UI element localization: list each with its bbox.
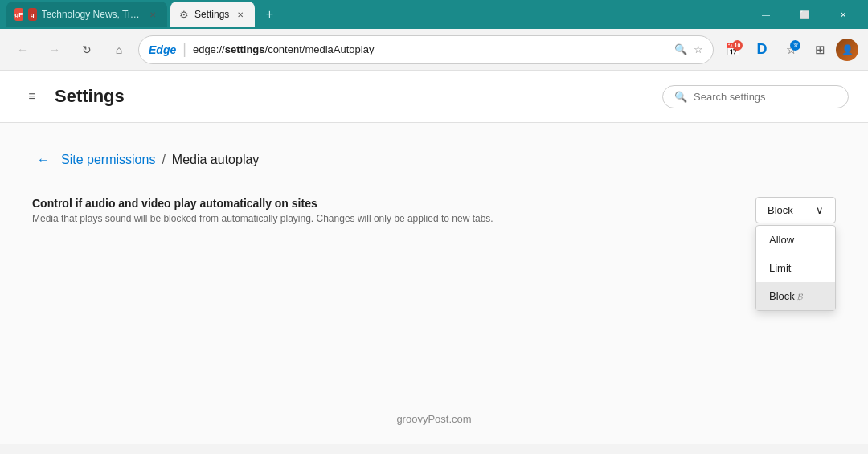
settings-header: ≡ Settings 🔍 bbox=[0, 71, 868, 123]
setting-info: Control if audio and video play automati… bbox=[32, 197, 755, 224]
footer: groovyPost.com bbox=[0, 413, 868, 425]
addressbar: ← → ↻ ⌂ Edge | edge://settings/content/m… bbox=[0, 29, 868, 71]
toolbar-icons: 📅 10 D ☆ ☆ ⊞ 👤 bbox=[720, 37, 858, 63]
content-area: ← Site permissions / Media autoplay Cont… bbox=[0, 123, 868, 444]
search-settings-box[interactable]: 🔍 bbox=[662, 85, 849, 108]
close-button[interactable]: ✕ bbox=[825, 2, 862, 27]
minimize-button[interactable]: — bbox=[747, 2, 784, 27]
refresh-button[interactable]: ↻ bbox=[74, 37, 100, 63]
autoplay-dropdown[interactable]: Block ∨ Allow Limit Block 𝓑 bbox=[755, 197, 836, 223]
dropdown-option-limit[interactable]: Limit bbox=[756, 254, 835, 282]
page-title: Settings bbox=[55, 86, 125, 107]
search-icon: 🔍 bbox=[674, 91, 687, 103]
cursor-indicator: 𝓑 bbox=[797, 292, 803, 301]
dropdown-option-allow[interactable]: Allow bbox=[756, 226, 835, 254]
tab-settings-favicon: ⚙ bbox=[178, 9, 190, 20]
tab-news-close[interactable]: ✕ bbox=[146, 8, 159, 21]
setting-label: Control if audio and video play automati… bbox=[32, 197, 755, 210]
breadcrumb-current: Media autoplay bbox=[172, 153, 260, 167]
address-separator: | bbox=[182, 41, 186, 58]
new-tab-button[interactable]: + bbox=[258, 3, 280, 26]
chevron-down-icon: ∨ bbox=[816, 204, 824, 216]
breadcrumb-link[interactable]: Site permissions bbox=[61, 153, 155, 167]
calendar-badge: 10 bbox=[732, 40, 743, 51]
tab-settings[interactable]: ⚙ Settings ✕ bbox=[170, 2, 255, 27]
hamburger-menu[interactable]: ≡ bbox=[19, 84, 45, 109]
breadcrumb-separator: / bbox=[162, 153, 165, 167]
setting-row-autoplay: Control if audio and video play automati… bbox=[32, 197, 836, 224]
window-controls: — ⬜ ✕ bbox=[747, 2, 862, 27]
avatar[interactable]: 👤 bbox=[836, 39, 858, 61]
dropdown-option-block[interactable]: Block 𝓑 bbox=[756, 282, 835, 310]
tab-news-label: Technology News, Tips, Reviews... bbox=[42, 9, 141, 20]
favorites-btn[interactable]: ☆ ☆ bbox=[778, 37, 804, 63]
edge-logo: Edge bbox=[149, 43, 176, 56]
maximize-button[interactable]: ⬜ bbox=[786, 2, 823, 27]
breadcrumb-back-arrow[interactable]: ← bbox=[32, 149, 55, 171]
setting-desc: Media that plays sound will be blocked f… bbox=[32, 213, 595, 224]
collections-btn[interactable]: ⊞ bbox=[807, 37, 833, 63]
back-button[interactable]: ← bbox=[10, 37, 35, 63]
calendar-icon-btn[interactable]: 📅 10 bbox=[720, 37, 746, 63]
search-icon: 🔍 bbox=[674, 43, 687, 55]
favorites-badge: ☆ bbox=[790, 40, 800, 51]
profile-icon-btn[interactable]: D bbox=[749, 37, 775, 63]
home-button[interactable]: ⌂ bbox=[106, 37, 132, 63]
footer-text: groovyPost.com bbox=[396, 413, 471, 425]
breadcrumb: ← Site permissions / Media autoplay bbox=[32, 149, 836, 171]
titlebar: gP g Technology News, Tips, Reviews... ✕… bbox=[0, 0, 868, 29]
tab-news-favicon-gp: gP bbox=[14, 8, 23, 21]
settings-title-area: ≡ Settings bbox=[19, 84, 125, 109]
tab-news-favicon-g: g bbox=[28, 8, 37, 21]
favorites-icon: ☆ bbox=[694, 43, 703, 55]
dropdown-button[interactable]: Block ∨ bbox=[755, 197, 836, 223]
tab-settings-close[interactable]: ✕ bbox=[234, 8, 247, 21]
tab-news[interactable]: gP g Technology News, Tips, Reviews... ✕ bbox=[6, 2, 167, 27]
dropdown-menu: Allow Limit Block 𝓑 bbox=[755, 225, 836, 311]
url-text: edge://settings/content/mediaAutoplay bbox=[193, 43, 668, 55]
forward-button[interactable]: → bbox=[42, 37, 68, 63]
dropdown-current-value: Block bbox=[768, 204, 793, 216]
address-bar[interactable]: Edge | edge://settings/content/mediaAuto… bbox=[138, 35, 714, 64]
tab-settings-label: Settings bbox=[194, 9, 229, 20]
search-settings-input[interactable] bbox=[694, 91, 837, 103]
